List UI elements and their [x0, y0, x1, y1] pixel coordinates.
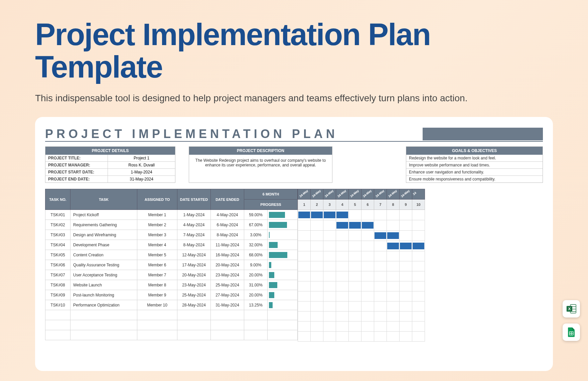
- gantt-cell: [400, 220, 412, 231]
- gantt-cell: [323, 261, 336, 271]
- gantt-cell: [323, 251, 336, 261]
- cell-task: Post-launch Monitoring: [70, 290, 137, 300]
- gantt-cell: [323, 322, 336, 332]
- detail-label: PROJECT MANAGER:: [45, 162, 108, 168]
- gantt-row: [298, 281, 425, 291]
- gantt-date-header: 24: [412, 189, 425, 200]
- table-row-empty: [45, 330, 298, 340]
- cell-start: 23-May-2024: [177, 280, 211, 290]
- gantt-cell: [412, 322, 425, 332]
- gantt-cell: [349, 261, 361, 271]
- gantt-cell: [311, 291, 323, 301]
- gantt-cell: [336, 291, 349, 301]
- gantt-row: [298, 251, 425, 261]
- cell-start: 12-May-2024: [177, 250, 211, 260]
- gantt-num-header: 9: [400, 200, 412, 210]
- gantt-cell: [387, 332, 400, 342]
- gantt-cell: [361, 311, 374, 322]
- gantt-cell: [336, 220, 349, 231]
- gantt-cell: [311, 261, 323, 271]
- gantt-cell: [311, 241, 323, 251]
- gantt-cell: [387, 251, 400, 261]
- gantt-cell: [400, 210, 412, 220]
- cell-start: 25-May-2024: [177, 290, 211, 300]
- detail-row-start: PROJECT START DATE: 1-May-2024: [45, 169, 175, 176]
- gantt-cell: [374, 271, 387, 281]
- gantt-cell: [374, 311, 387, 322]
- gantt-cell: [336, 241, 349, 251]
- cell-task-no: TSK#06: [45, 260, 70, 270]
- gantt-num-header: 7: [374, 200, 387, 210]
- cell-task-no: TSK#03: [45, 230, 70, 240]
- gantt-row: [298, 241, 425, 251]
- cell-task: User Acceptance Testing: [70, 270, 137, 280]
- excel-icon[interactable]: X: [563, 300, 580, 318]
- gantt-cell: [361, 210, 374, 220]
- gantt-cell: [400, 251, 412, 261]
- gantt-cell: [387, 281, 400, 291]
- cell-assigned: Member 9: [137, 290, 177, 300]
- cell-task-no: TSK#10: [45, 300, 70, 310]
- gantt-cell: [298, 241, 311, 251]
- gantt-cell: [336, 210, 349, 220]
- cell-end: 20-May-2024: [211, 260, 244, 270]
- cell-progress-pct: 31.00%: [244, 280, 268, 290]
- gantt-cell: [298, 311, 311, 322]
- gantt-row: [298, 291, 425, 301]
- gantt-cell: [412, 271, 425, 281]
- gantt-cell: [298, 322, 311, 332]
- gantt-cell: [349, 220, 361, 231]
- gantt-cell: [311, 271, 323, 281]
- cell-assigned: Member 1: [137, 210, 177, 220]
- cell-assigned: Member 10: [137, 300, 177, 310]
- gantt-cell: [311, 210, 323, 220]
- cell-task-no: TSK#04: [45, 240, 70, 250]
- cell-task: Performance Optimization: [70, 300, 137, 310]
- gantt-cell: [349, 271, 361, 281]
- gantt-cell: [311, 322, 323, 332]
- cell-assigned: Member 2: [137, 220, 177, 230]
- goal-item: Ensure mobile responsiveness and compati…: [406, 176, 543, 182]
- gantt-cell: [361, 241, 374, 251]
- gantt-cell: [323, 301, 336, 311]
- cell-end: 11-May-2024: [211, 240, 244, 250]
- gantt-cell: [374, 241, 387, 251]
- gantt-cell: [323, 231, 336, 241]
- goals-box: GOALS & OBJECTIVES Redesign the website …: [406, 146, 543, 183]
- cell-task: Requirements Gathering: [70, 220, 137, 230]
- cell-task: Project Kickoff: [70, 210, 137, 220]
- table-row: TSK#02Requirements GatheringMember 24-Ma…: [45, 220, 298, 230]
- table-row: TSK#10Performance OptimizationMember 102…: [45, 300, 298, 310]
- task-table: TASK NO. TASK ASSIGNED TO DATE STARTED D…: [45, 189, 298, 342]
- gantt-cell: [387, 311, 400, 322]
- gantt-cell: [361, 332, 374, 342]
- th-period: 6 MONTH: [244, 189, 298, 200]
- gantt-cell: [311, 301, 323, 311]
- gantt-row-empty: [298, 322, 425, 332]
- cell-progress-pct: 20.00%: [244, 290, 268, 300]
- gantt-cell: [361, 301, 374, 311]
- gantt-cell: [336, 301, 349, 311]
- gantt-cell: [311, 281, 323, 291]
- google-sheets-icon[interactable]: [563, 324, 580, 341]
- cell-progress-bar: [268, 230, 298, 240]
- gantt-cell: [311, 220, 323, 231]
- gantt-cell: [298, 332, 311, 342]
- table-row: TSK#05Content CreationMember 512-May-202…: [45, 250, 298, 260]
- gantt-date-header: 24-May: [349, 189, 361, 200]
- cell-task: Content Creation: [70, 250, 137, 260]
- gantt-cell: [323, 220, 336, 231]
- gantt-row: [298, 301, 425, 311]
- gantt-row: [298, 220, 425, 231]
- gantt-cell: [412, 241, 425, 251]
- cell-progress-bar: [268, 260, 298, 270]
- cell-progress-bar: [268, 240, 298, 250]
- gantt-cell: [387, 241, 400, 251]
- cell-end: 8-May-2024: [211, 230, 244, 240]
- gantt-cell: [400, 311, 412, 322]
- gantt-cell: [412, 210, 425, 220]
- cell-end: 25-May-2024: [211, 280, 244, 290]
- gantt-cell: [374, 210, 387, 220]
- gantt-cell: [336, 281, 349, 291]
- cell-end: 6-May-2024: [211, 220, 244, 230]
